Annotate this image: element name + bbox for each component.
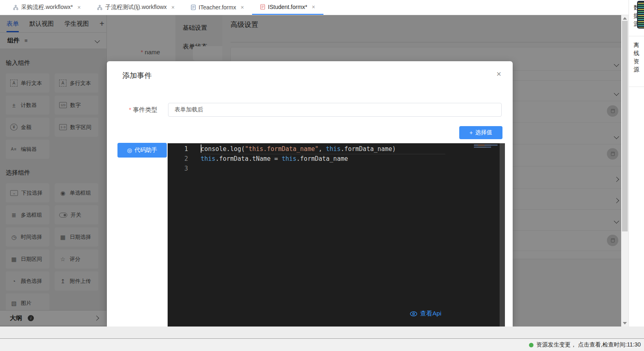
code-editor[interactable]: 1console.log("this.formData_name", this.… (168, 143, 505, 327)
line-content: console.log("this.formData_name", this.f… (188, 144, 396, 154)
code-assistant-label: 代码助手 (135, 147, 157, 154)
close-icon[interactable]: × (496, 69, 501, 79)
form-icon (191, 4, 196, 10)
modal-title: 添加事件 (122, 71, 152, 80)
line-content (188, 164, 201, 173)
code-assistant-button[interactable]: ◎ 代码助手 (117, 143, 167, 158)
code-line[interactable]: 1console.log("this.formData_name", this.… (168, 144, 500, 154)
code-line[interactable]: 3 (168, 164, 500, 173)
code-lines: 1console.log("this.formData_name", this.… (168, 144, 500, 173)
required-mark: * (129, 106, 131, 113)
close-tab-icon[interactable]: × (312, 4, 315, 10)
plus-icon: + (469, 129, 473, 136)
close-tab-icon[interactable]: × (171, 4, 175, 11)
workflow-icon (13, 5, 18, 10)
right-dock-strip: 数据源离线资源 (629, 0, 644, 327)
scroll-up-icon[interactable] (623, 17, 627, 20)
statusbar: 资源发生变更， 点击查看,检查时间:11:30 (0, 338, 644, 351)
close-tab-icon[interactable]: × (241, 4, 244, 11)
code-token: .formData_name (297, 155, 348, 162)
file-tab-label: IStudent.formx* (268, 4, 308, 10)
file-tab[interactable]: 子流程测试(lj).workflowx× (89, 0, 183, 15)
file-tab[interactable]: IStudent.formx*× (252, 0, 323, 15)
dock-item-label: 离线资源 (633, 41, 640, 73)
editor-minimap[interactable] (474, 144, 498, 148)
scrollbar-thumb[interactable] (622, 21, 628, 231)
status-green-dot-icon (529, 343, 533, 347)
event-type-label: *事件类型 (129, 106, 157, 114)
code-token: .formData.tName = (215, 155, 282, 162)
divider (629, 87, 644, 87)
file-tabbar: 采购流程.workflowx*×子流程测试(lj).workflowx×ITea… (0, 0, 629, 15)
event-type-input[interactable] (168, 103, 502, 117)
minimap-line (474, 147, 491, 148)
editor-scrollbar[interactable] (500, 143, 505, 327)
close-tab-icon[interactable]: × (77, 4, 81, 11)
vertical-scrollbar[interactable] (621, 15, 629, 327)
code-token: , (319, 145, 326, 153)
select-value-label: 选择值 (475, 129, 492, 136)
status-message[interactable]: 资源发生变更， 点击查看,检查时间:11:30 (536, 341, 641, 349)
event-type-label-text: 事件类型 (133, 106, 157, 113)
line-number: 2 (168, 154, 188, 164)
assistant-icon: ◎ (127, 147, 132, 153)
code-line[interactable]: 2this.formData.tName = this.formData_nam… (168, 154, 500, 164)
line-number: 3 (168, 164, 188, 173)
app-window: { "tabbar": { "tabs": [ { "label": "采购流程… (0, 0, 644, 351)
code-token: this (326, 145, 341, 153)
file-tab[interactable]: 采购流程.workflowx*× (5, 0, 89, 15)
eye-icon (410, 311, 417, 316)
workflow-icon (97, 5, 102, 10)
text-cursor (201, 144, 201, 153)
add-event-modal: 添加事件 × *事件类型 + 选择值 ◎ 代码助手 1console.log("… (107, 61, 513, 327)
line-number: 1 (168, 144, 188, 154)
minimap-line (474, 144, 498, 146)
file-tab-label: 子流程测试(lj).workflowx (105, 4, 167, 11)
footer-strip (0, 327, 644, 338)
file-tab[interactable]: ITeacher.formx× (183, 0, 252, 15)
file-tab-label: 采购流程.workflowx* (21, 4, 73, 11)
select-value-button[interactable]: + 选择值 (459, 126, 502, 139)
form-icon (260, 4, 265, 10)
dock-item-离线资源[interactable]: 离线资源 (629, 41, 644, 73)
datasource-badge-icon[interactable] (637, 1, 644, 29)
divider (629, 36, 644, 36)
code-token: .formData_name) (341, 145, 396, 153)
current-line-highlight (201, 154, 445, 154)
view-api-link[interactable]: 查看Api (410, 310, 441, 318)
view-api-text: 查看Api (420, 310, 441, 318)
file-tab-label: ITeacher.formx (199, 4, 236, 11)
scroll-down-icon[interactable] (623, 322, 627, 324)
code-token: this (282, 155, 297, 162)
code-token: "this.formData_name" (245, 145, 319, 153)
line-content: this.formData.tName = this.formData_name (188, 154, 348, 164)
code-token: this (201, 155, 215, 162)
main-area: 表单默认视图学生视图+ 组件 ≡ 输入组件A单行文本A多行文本±计数器123数字… (0, 15, 629, 327)
file-tabs-container: 采购流程.workflowx*×子流程测试(lj).workflowx×ITea… (5, 0, 323, 15)
code-token: console.log( (201, 145, 245, 153)
